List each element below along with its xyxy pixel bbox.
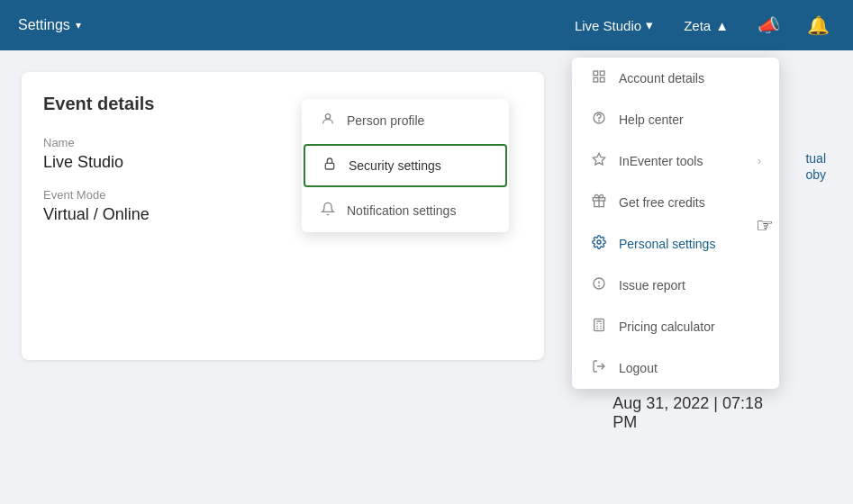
notification-settings-label: Notification settings xyxy=(347,203,456,218)
help-center-label: Help center xyxy=(619,112,684,127)
account-icon xyxy=(590,69,608,87)
sub-menu-person-profile[interactable]: Person profile xyxy=(302,99,509,142)
sub-menu-dropdown: Person profile Security settings Notific… xyxy=(302,99,509,232)
live-studio-chevron-icon: ▾ xyxy=(646,17,653,33)
person-icon xyxy=(320,112,336,130)
menu-get-free-credits[interactable]: Get free credits xyxy=(572,182,779,223)
ineventer-tools-arrow: › xyxy=(758,155,761,167)
lock-icon xyxy=(322,157,338,175)
get-free-credits-label: Get free credits xyxy=(619,195,705,210)
menu-pricing-calculator[interactable]: Pricing calculator xyxy=(572,306,779,347)
settings-chevron-icon[interactable]: ▾ xyxy=(76,19,81,32)
partial-side-content: tual oby xyxy=(805,151,826,182)
sub-menu-security-settings[interactable]: Security settings xyxy=(304,144,507,187)
calculator-icon xyxy=(590,318,608,336)
header-right: Live Studio ▾ Zeta ▲ 📣 🔔 xyxy=(567,11,835,40)
person-profile-label: Person profile xyxy=(347,113,424,128)
logout-label: Logout xyxy=(619,361,658,375)
live-studio-button[interactable]: Live Studio ▾ xyxy=(567,14,660,37)
zeta-label: Zeta xyxy=(684,18,711,33)
tools-icon xyxy=(590,152,608,170)
svg-rect-1 xyxy=(325,163,333,169)
megaphone-icon[interactable]: 📣 xyxy=(752,11,785,40)
svg-point-7 xyxy=(599,121,600,122)
date-line1: Aug 31, 2022 | 07:18 xyxy=(613,394,763,413)
sub-menu-notification-settings[interactable]: Notification settings xyxy=(302,189,509,232)
partial-text-1: tual xyxy=(805,151,826,166)
svg-point-0 xyxy=(325,114,330,119)
settings-label[interactable]: Settings xyxy=(18,17,70,33)
help-icon xyxy=(590,111,608,129)
svg-rect-2 xyxy=(594,71,598,76)
event-date: Aug 31, 2022 | 07:18 PM xyxy=(613,394,763,432)
menu-personal-settings[interactable]: Personal settings xyxy=(572,223,779,265)
security-settings-label: Security settings xyxy=(349,158,441,173)
svg-rect-4 xyxy=(594,77,598,82)
app-header: Settings ▾ Live Studio ▾ Zeta ▲ 📣 🔔 xyxy=(0,0,853,50)
live-studio-label: Live Studio xyxy=(575,18,641,33)
date-line2: PM xyxy=(613,413,763,432)
menu-ineventer-tools[interactable]: InEventer tools › xyxy=(572,140,779,182)
logout-icon xyxy=(590,359,608,377)
bell-icon[interactable]: 🔔 xyxy=(802,11,835,40)
svg-rect-3 xyxy=(600,71,604,76)
main-menu-dropdown: Account details Help center InEventer to… xyxy=(572,58,779,389)
zeta-chevron-icon: ▲ xyxy=(715,18,729,33)
account-details-label: Account details xyxy=(619,71,704,86)
svg-marker-8 xyxy=(593,153,604,165)
personal-settings-label: Personal settings xyxy=(619,237,715,251)
svg-point-11 xyxy=(597,240,601,244)
notification-icon xyxy=(320,202,336,220)
ineventer-tools-label: InEventer tools xyxy=(619,154,703,168)
header-left: Settings ▾ xyxy=(18,17,81,33)
menu-account-details[interactable]: Account details xyxy=(572,58,779,99)
svg-point-13 xyxy=(599,285,600,286)
svg-rect-5 xyxy=(600,77,604,82)
menu-logout[interactable]: Logout xyxy=(572,347,779,389)
gear-icon xyxy=(590,235,608,253)
issue-report-label: Issue report xyxy=(619,278,685,292)
pricing-calculator-label: Pricing calculator xyxy=(619,320,715,334)
menu-issue-report[interactable]: Issue report xyxy=(572,265,779,306)
issue-icon xyxy=(590,276,608,294)
gift-icon xyxy=(590,194,608,212)
partial-text-2: oby xyxy=(805,167,826,182)
zeta-button[interactable]: Zeta ▲ xyxy=(676,14,736,37)
menu-help-center[interactable]: Help center xyxy=(572,99,779,140)
